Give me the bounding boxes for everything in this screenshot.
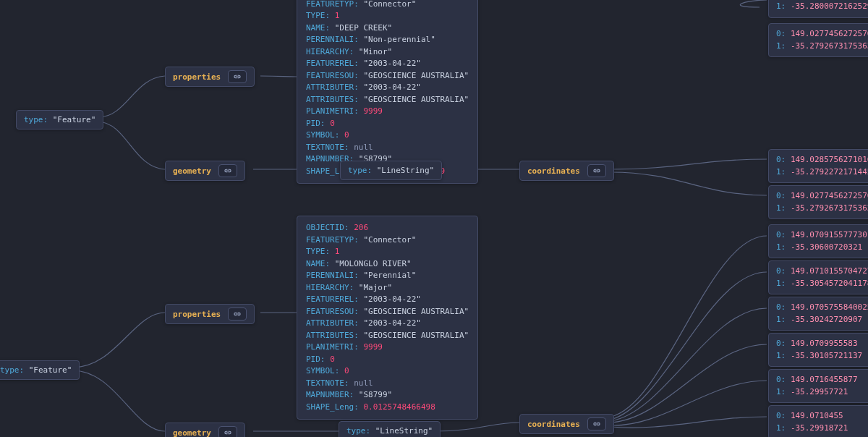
coord-pair-partial[interactable]: 1: -35.28000721625299 [768, 0, 868, 18]
prop-row: FEATURETYP: "Connector" [306, 0, 469, 10]
prop-row: FEATUREREL: "2003-04-22" [306, 58, 469, 70]
coord-pair[interactable]: 0: 149.07099555831: -35.30105721137 [768, 333, 868, 367]
properties-panel-2[interactable]: OBJECTID: 206FEATURETYP: "Connector"TYPE… [297, 216, 478, 420]
prop-row: ATTRIBUTER: "2003-04-22" [306, 82, 469, 94]
prop-row: TYPE: 1 [306, 10, 469, 22]
properties-pill-1[interactable]: properties [165, 67, 255, 87]
prop-row: SHAPE_Leng: 0.0125748466498 [306, 402, 469, 414]
prop-row: OBJECTID: 206 [306, 222, 469, 234]
prop-row: HIERARCHY: "Minor" [306, 46, 469, 59]
prop-row: TEXTNOTE: null [306, 142, 469, 154]
coord-pair-crumb[interactable]: 0: 149.0277456272570 1: -35.279267317536… [768, 23, 868, 57]
prop-row: MAPNUMBER: "S8799" [306, 389, 469, 402]
geometry-pill-1[interactable]: geometry [165, 161, 245, 181]
prop-row: HIERARCHY: "Major" [306, 282, 469, 294]
feature-root-1[interactable]: type: "Feature" [16, 110, 103, 130]
coord-pair[interactable]: 0: 149.07057558400251: -35.30242720907 [768, 297, 868, 331]
coord-pair[interactable]: 0: 149.02857562710161: -35.2792272171445… [768, 149, 868, 183]
prop-row: NAME: "DEEP CREEK" [306, 22, 469, 35]
coord-pair[interactable]: 0: 149.07164558771: -35.29957721 [768, 369, 868, 403]
prop-row: FEATURETYP: "Connector" [306, 234, 469, 247]
coord-pair[interactable]: 0: 149.02774562725701: -35.2792673175362… [768, 185, 868, 219]
prop-row: ATTRIBUTES: "GEOSCIENCE AUSTRALIA" [306, 94, 469, 106]
prop-row: PID: 0 [306, 354, 469, 366]
link-icon[interactable] [587, 164, 606, 177]
geom-type-1[interactable]: type: "LineString" [340, 161, 442, 180]
coordinates-pill-2[interactable]: coordinates [519, 414, 614, 434]
prop-row: SYMBOL: 0 [306, 365, 469, 378]
coord-pair[interactable]: 0: 149.07101557047271: -35.3054572041178… [768, 260, 868, 294]
prop-row: TYPE: 1 [306, 246, 469, 258]
prop-row: PID: 0 [306, 118, 469, 130]
prop-row: FEATUREREL: "2003-04-22" [306, 294, 469, 306]
properties-panel-1[interactable]: OBJECTID: 205FEATURETYP: "Connector"TYPE… [297, 0, 478, 184]
link-icon[interactable] [587, 417, 606, 430]
link-icon[interactable] [218, 426, 237, 437]
prop-row: ATTRIBUTES: "GEOSCIENCE AUSTRALIA" [306, 330, 469, 342]
prop-row: NAME: "MOLONGLO RIVER" [306, 258, 469, 271]
prop-row: PERENNIALI: "Non-perennial" [306, 34, 469, 46]
feature-root-2[interactable]: type: "Feature" [0, 360, 80, 380]
coord-pair[interactable]: 0: 149.07104551: -35.29918721 [768, 405, 868, 437]
prop-row: FEATURESOU: "GEOSCIENCE AUSTRALIA" [306, 306, 469, 318]
coordinates-pill-1[interactable]: coordinates [519, 161, 614, 181]
geom-type-2[interactable]: type: "LineString" [339, 421, 441, 437]
geometry-pill-2[interactable]: geometry [165, 423, 245, 437]
prop-row: PLANIMETRI: 9999 [306, 341, 469, 354]
link-icon[interactable] [228, 70, 247, 83]
properties-pill-2[interactable]: properties [165, 304, 255, 324]
coord-pair[interactable]: 0: 149.07091557773011: -35.30600720321 [768, 224, 868, 258]
link-icon[interactable] [228, 307, 247, 321]
prop-row: FEATURESOU: "GEOSCIENCE AUSTRALIA" [306, 70, 469, 82]
prop-row: PERENNIALI: "Perennial" [306, 270, 469, 282]
prop-row: TEXTNOTE: null [306, 378, 469, 390]
link-icon[interactable] [218, 164, 237, 177]
prop-row: SYMBOL: 0 [306, 130, 469, 142]
prop-row: PLANIMETRI: 9999 [306, 106, 469, 118]
prop-row: ATTRIBUTER: "2003-04-22" [306, 318, 469, 330]
